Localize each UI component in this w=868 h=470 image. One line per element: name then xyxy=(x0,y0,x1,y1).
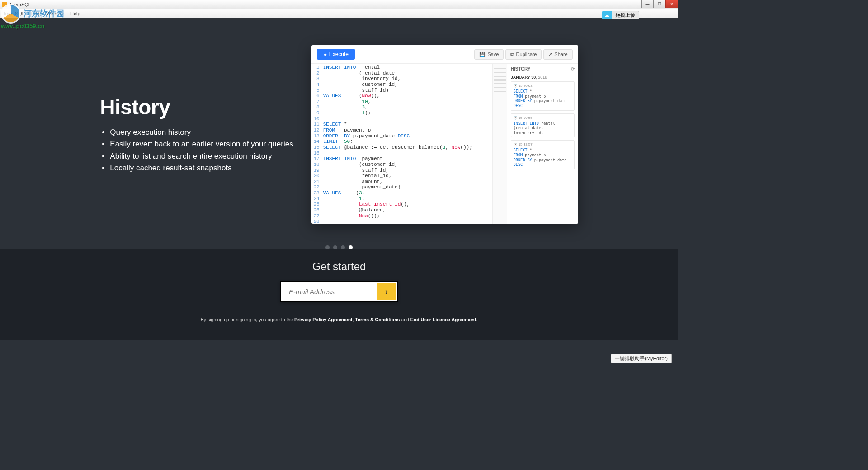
code-line: 4 customer_id, xyxy=(311,82,492,88)
hero-text: History Query execution history Easily r… xyxy=(100,95,293,174)
share-button[interactable]: ↗Share xyxy=(543,49,572,60)
execute-button[interactable]: Execute xyxy=(317,49,355,60)
carousel-dot[interactable] xyxy=(341,245,345,249)
menu-edit[interactable]: Edit xyxy=(31,11,40,16)
code-line: 27 Now()); xyxy=(311,213,492,219)
carousel-dot-active[interactable] xyxy=(349,245,353,249)
code-line: 20 rental_id, xyxy=(311,173,492,179)
get-started-heading: Get started xyxy=(0,260,678,273)
helper-badge[interactable]: 一键排版助手(MyEditor) xyxy=(611,354,672,363)
upload-label: 拖拽上传 xyxy=(612,11,639,19)
hero-title: History xyxy=(100,95,293,119)
code-line: 12FROM payment p xyxy=(311,127,492,133)
footer-section: Get started › By signing up or signing i… xyxy=(0,249,678,340)
menu-teamsql[interactable]: TeamSQL xyxy=(3,11,25,16)
close-button[interactable]: ✕ xyxy=(665,0,678,8)
history-header: HISTORY⟳ xyxy=(511,66,575,71)
code-line: 22 payment_date) xyxy=(311,184,492,190)
privacy-link[interactable]: Privacy Policy Agreement xyxy=(294,317,353,322)
code-line: 23VALUES (3, xyxy=(311,190,492,196)
code-line: 11SELECT * xyxy=(311,122,492,127)
code-line: 25 Last_insert_id(), xyxy=(311,202,492,207)
menu-bar: TeamSQL Edit Window Help xyxy=(0,9,678,18)
window-title: TeamSQL xyxy=(9,2,31,7)
code-line: 18 (customer_id, xyxy=(311,162,492,168)
carousel-dot[interactable] xyxy=(326,245,330,249)
submit-button[interactable]: › xyxy=(377,283,396,300)
code-line: 2 (rental_date, xyxy=(311,70,492,76)
code-line: 15SELECT @balance := Get_customer_balanc… xyxy=(311,145,492,150)
window-title-bar: TeamSQL — ☐ ✕ xyxy=(0,0,678,9)
carousel-dots xyxy=(0,245,678,249)
eula-link[interactable]: End User Licence Agreement xyxy=(410,317,476,322)
code-line: 14LIMIT 50; xyxy=(311,139,492,145)
code-line: 26 @balance, xyxy=(311,207,492,213)
code-line: 17INSERT INTO payment xyxy=(311,156,492,162)
hero-bullet: Ability to list and search entire execut… xyxy=(110,150,293,162)
window-controls: — ☐ ✕ xyxy=(642,0,678,8)
carousel-dot[interactable] xyxy=(333,245,337,249)
copy-icon: ⧉ xyxy=(510,52,514,57)
code-line: 3 inventory_id, xyxy=(311,76,492,82)
maximize-button[interactable]: ☐ xyxy=(653,0,666,8)
upload-badge[interactable]: ☁ 拖拽上传 xyxy=(602,11,639,19)
code-line: 5 staff_id) xyxy=(311,88,492,94)
app-icon xyxy=(2,2,7,7)
code-editor[interactable]: 1INSERT INTO rental2 (rental_date,3 inve… xyxy=(311,64,492,224)
hero-bullet: Easily revert back to an earlier version… xyxy=(110,138,293,150)
code-line: 8 3, xyxy=(311,104,492,110)
code-line: 10 xyxy=(311,116,492,122)
code-line: 9 1); xyxy=(311,110,492,116)
menu-window[interactable]: Window xyxy=(46,11,64,16)
chevron-right-icon: › xyxy=(385,287,388,296)
history-item[interactable]: 15:39:55INSERT INTO rental (rental_date,… xyxy=(511,113,575,138)
refresh-icon[interactable]: ⟳ xyxy=(571,66,575,71)
hero-section: History Query execution history Easily r… xyxy=(0,18,678,237)
editor-toolbar: Execute 💾Save ⧉Duplicate ↗Share xyxy=(311,45,578,64)
hero-bullets: Query execution history Easily revert ba… xyxy=(100,127,293,174)
app-screenshot: Execute 💾Save ⧉Duplicate ↗Share 1INSERT … xyxy=(311,45,578,224)
history-item[interactable]: 15:38:57SELECT *FROM payment pORDER BY p… xyxy=(511,140,575,169)
hero-bullet: Locally cached result-set snapshots xyxy=(110,162,293,174)
agreement-text: By signing up or signing in, you agree t… xyxy=(0,317,678,322)
email-form: › xyxy=(280,281,398,302)
code-line: 19 staff_id, xyxy=(311,168,492,174)
code-line: 6VALUES (Now(), xyxy=(311,93,492,99)
code-minimap[interactable] xyxy=(492,64,507,224)
minimize-button[interactable]: — xyxy=(641,0,654,8)
history-date: JANUARY 30, 2018 xyxy=(511,75,575,80)
email-input[interactable] xyxy=(283,283,377,300)
share-icon: ↗ xyxy=(548,52,552,57)
save-icon: 💾 xyxy=(479,52,486,57)
menu-help[interactable]: Help xyxy=(70,11,80,16)
editor-body: 1INSERT INTO rental2 (rental_date,3 inve… xyxy=(311,64,578,224)
code-line: 7 10, xyxy=(311,99,492,105)
code-line: 16 xyxy=(311,150,492,156)
history-panel: HISTORY⟳ JANUARY 30, 2018 15:40:03SELECT… xyxy=(507,64,578,224)
save-button[interactable]: 💾Save xyxy=(474,49,504,60)
code-line: 13ORDER BY p.payment_date DESC xyxy=(311,133,492,139)
duplicate-button[interactable]: ⧉Duplicate xyxy=(505,49,542,60)
cloud-upload-icon: ☁ xyxy=(602,11,612,19)
code-line: 28 xyxy=(311,219,492,224)
terms-link[interactable]: Terms & Conditions xyxy=(355,317,400,322)
code-line: 21 amount, xyxy=(311,179,492,185)
history-item[interactable]: 15:40:03SELECT *FROM payment pORDER BY p… xyxy=(511,81,575,111)
code-line: 1INSERT INTO rental xyxy=(311,65,492,70)
hero-bullet: Query execution history xyxy=(110,127,293,138)
code-line: 24 1, xyxy=(311,196,492,202)
